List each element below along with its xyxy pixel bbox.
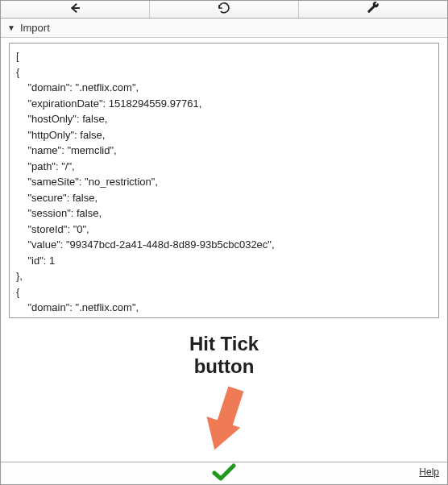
back-arrow-icon xyxy=(68,1,82,18)
annotation-arrow-icon xyxy=(195,382,253,462)
editor-container xyxy=(1,38,447,318)
svg-rect-0 xyxy=(217,387,243,427)
toolbar xyxy=(1,1,447,19)
wrench-icon xyxy=(366,1,380,18)
confirm-button[interactable] xyxy=(212,462,236,484)
reload-icon xyxy=(217,1,231,18)
settings-button[interactable] xyxy=(299,1,447,18)
back-button[interactable] xyxy=(1,1,150,18)
section-title: Import xyxy=(20,22,50,34)
annotation-overlay: Hit Tick button xyxy=(1,318,447,462)
help-link[interactable]: Help xyxy=(419,466,439,478)
import-textarea[interactable] xyxy=(10,44,438,317)
footer: Help xyxy=(1,462,447,484)
svg-marker-1 xyxy=(197,417,240,455)
import-section-header[interactable]: ▼ Import xyxy=(1,19,447,38)
tick-icon xyxy=(212,462,236,484)
reload-button[interactable] xyxy=(150,1,299,18)
annotation-text: Hit Tick button xyxy=(189,333,259,377)
import-editor xyxy=(9,43,439,318)
collapse-triangle-icon: ▼ xyxy=(7,23,15,32)
